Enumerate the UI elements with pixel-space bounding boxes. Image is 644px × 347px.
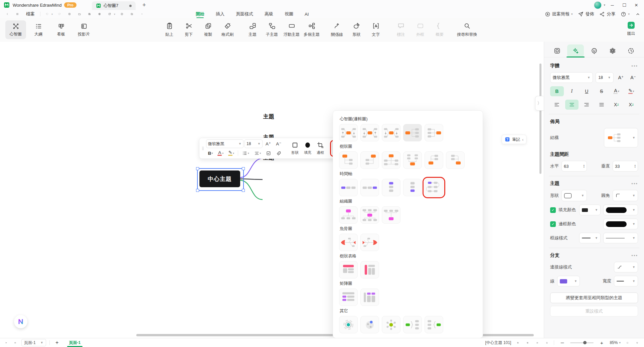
notes-badge[interactable]: 筆記 ‹ bbox=[502, 135, 526, 144]
line-width-select[interactable]: ▼ bbox=[614, 276, 638, 286]
file-menu[interactable]: 檔案 bbox=[24, 11, 37, 17]
sidebar-font-size-select[interactable]: 18▼ bbox=[596, 72, 613, 83]
layout-option-fish-right[interactable] bbox=[360, 234, 379, 251]
align-button[interactable]: ▾ bbox=[252, 149, 263, 157]
layout-option-logic-right[interactable] bbox=[403, 124, 422, 141]
outline-list-icon[interactable] bbox=[3, 340, 9, 346]
publish-button[interactable]: 發佈 bbox=[578, 11, 594, 17]
undo-button-caret-icon[interactable]: ▾ bbox=[51, 13, 53, 16]
layout-option-tl-v-last[interactable] bbox=[403, 179, 422, 196]
font-family-select[interactable]: 微软雅黑▼ bbox=[206, 139, 244, 148]
zoom-slider[interactable] bbox=[570, 342, 594, 343]
tab-themes[interactable] bbox=[604, 44, 621, 57]
bold-button[interactable]: B▾ bbox=[206, 149, 215, 157]
ribbon-multi-topic[interactable]: 多個主題 bbox=[302, 20, 322, 39]
font-more-button[interactable]: ••• bbox=[631, 64, 638, 69]
layout-option-org-center[interactable] bbox=[360, 206, 379, 224]
menu-視圖[interactable]: 視圖 bbox=[285, 10, 293, 18]
sidebar-font-increase[interactable]: A⁺ bbox=[616, 73, 626, 83]
align-right-button[interactable] bbox=[580, 100, 594, 110]
layout-option-mm-updown[interactable] bbox=[339, 124, 358, 141]
layout-option-other-bracket-right[interactable] bbox=[403, 316, 422, 333]
ribbon-shape[interactable]: 形狀 bbox=[347, 20, 366, 39]
resize-handle[interactable] bbox=[196, 167, 199, 170]
font-increase-button[interactable]: A⁺ bbox=[264, 140, 273, 148]
more-button[interactable] bbox=[139, 11, 145, 17]
connector-style-select[interactable]: ▼ bbox=[614, 262, 638, 272]
resize-handle[interactable] bbox=[242, 167, 245, 170]
presenter-view-icon[interactable] bbox=[544, 340, 550, 346]
corner-radius-select[interactable]: ▼ bbox=[613, 190, 638, 201]
minimize-button[interactable]: ─ bbox=[607, 0, 617, 10]
help-button[interactable]: ▾ bbox=[621, 11, 630, 17]
font-size-select[interactable]: 18▼ bbox=[245, 139, 263, 148]
ribbon-subtopic[interactable]: 子主題 bbox=[262, 20, 282, 39]
menu-插入[interactable]: 插入 bbox=[216, 10, 224, 18]
style-brush-button[interactable] bbox=[274, 149, 284, 157]
layout-option-other-circular[interactable] bbox=[339, 316, 358, 333]
align-center-button[interactable] bbox=[565, 100, 579, 110]
tab-style[interactable] bbox=[567, 44, 584, 57]
layout-option-tree-up-left[interactable] bbox=[446, 151, 465, 169]
layout-option-tl-snake[interactable] bbox=[425, 179, 443, 196]
layout-option-tree-both[interactable] bbox=[382, 151, 400, 169]
apply-to-same-type-button[interactable]: 將變更套用至相同類型的主題 bbox=[550, 293, 638, 303]
sidebar-font-color-button[interactable]: A▾ bbox=[610, 86, 623, 96]
menu-AI[interactable]: AI bbox=[305, 10, 309, 18]
back-button[interactable] bbox=[4, 11, 11, 17]
sidebar-italic-button[interactable]: I bbox=[565, 86, 579, 96]
layout-option-other-bracket-left[interactable] bbox=[425, 316, 443, 333]
sidebar-bold-button[interactable]: B bbox=[550, 86, 564, 96]
tab-stickers[interactable] bbox=[586, 44, 603, 57]
share-button[interactable]: 分享 bbox=[599, 11, 615, 17]
collapse-ribbon-button[interactable] bbox=[635, 11, 641, 17]
horizontal-spacing-stepper[interactable]: 63▴▾ bbox=[561, 161, 587, 171]
new-file-button[interactable] bbox=[66, 11, 73, 17]
close-button[interactable]: ✕ bbox=[631, 0, 641, 10]
add-page-button[interactable]: + bbox=[53, 339, 61, 347]
main-menu-button[interactable] bbox=[14, 11, 21, 17]
layout-option-table-left[interactable] bbox=[360, 261, 379, 278]
resize-handle[interactable] bbox=[242, 189, 245, 192]
subscript-button[interactable]: X2 bbox=[625, 100, 638, 110]
reset-style-button[interactable]: 重設樣式 bbox=[550, 306, 638, 317]
ribbon-copy[interactable]: 複製 bbox=[198, 20, 218, 39]
layout-option-tl-h-last[interactable] bbox=[360, 179, 379, 196]
user-avatar[interactable] bbox=[594, 1, 602, 9]
document-tab[interactable]: 心智圖7 bbox=[92, 1, 136, 10]
mode-mindmap[interactable]: 心智圖 bbox=[5, 20, 26, 39]
topic-more-button[interactable]: ••• bbox=[631, 181, 638, 186]
mode-slides[interactable]: 投影片 bbox=[73, 20, 94, 39]
layout-option-fish-left[interactable] bbox=[339, 234, 358, 251]
mode-kanban[interactable]: 看板 bbox=[51, 20, 71, 39]
highlight-color-button[interactable]: ✎▾ bbox=[226, 149, 236, 157]
print-button[interactable] bbox=[96, 11, 103, 17]
export-button[interactable]: 匯出 bbox=[625, 21, 637, 37]
export-button-caret-icon[interactable]: ▾ bbox=[114, 13, 115, 16]
play-slideshow-icon[interactable] bbox=[534, 340, 540, 346]
vertical-scrollbar[interactable] bbox=[539, 64, 541, 174]
tab-page-setup[interactable] bbox=[549, 44, 566, 57]
export-button[interactable] bbox=[106, 11, 113, 17]
fill-pattern-select[interactable]: ▼ bbox=[579, 205, 601, 215]
stroke-width-select[interactable]: ▼ bbox=[579, 233, 601, 243]
list-style-button[interactable]: ▾ bbox=[240, 149, 251, 157]
resize-handle[interactable] bbox=[196, 189, 199, 192]
layout-option-matrix-rows[interactable] bbox=[339, 288, 358, 306]
open-button[interactable] bbox=[76, 11, 83, 17]
zoom-level[interactable]: 85%▾ bbox=[610, 340, 621, 345]
menu-開始[interactable]: 開始 bbox=[196, 10, 204, 18]
canvas[interactable]: 中心主題 主題主題主題 ⣿ 微软雅黑▼ 18▼ A⁺ A⁻ B▾ bbox=[0, 42, 544, 338]
sidebar-highlight-button[interactable]: ✎▾ bbox=[625, 86, 638, 96]
sidebar-underline-button[interactable]: U bbox=[580, 86, 594, 96]
ribbon-find-replace[interactable]: 搜尋和替換 bbox=[455, 20, 479, 39]
ribbon-text[interactable]: 文字 bbox=[366, 20, 385, 39]
vertical-spacing-stepper[interactable]: 33▴▾ bbox=[613, 161, 638, 171]
font-decrease-button[interactable]: A⁻ bbox=[274, 140, 283, 148]
fullscreen-icon[interactable] bbox=[625, 340, 630, 346]
mode-outline[interactable]: 大綱 bbox=[28, 20, 49, 39]
fill-color-checkbox[interactable]: ✓ bbox=[550, 207, 556, 213]
maximize-button[interactable]: ☐ bbox=[619, 0, 629, 10]
ribbon-topic[interactable]: 主題 bbox=[243, 20, 262, 39]
structure-select[interactable]: ▼ bbox=[604, 128, 638, 147]
